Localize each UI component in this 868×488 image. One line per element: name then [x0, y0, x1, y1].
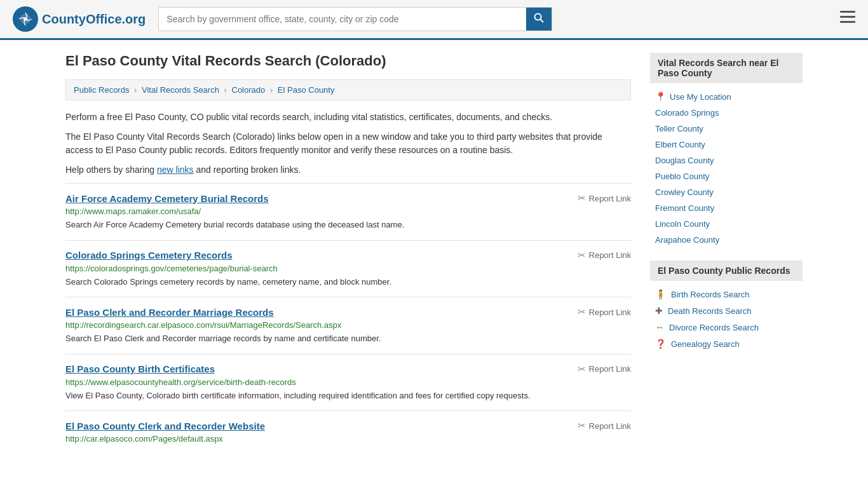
breadcrumb-public-records[interactable]: Public Records	[74, 85, 129, 95]
search-bar	[158, 7, 552, 31]
sidebar-link-pueblo[interactable]: Pueblo County	[655, 168, 797, 184]
sidebar-link-fremont[interactable]: Fremont County	[655, 200, 797, 216]
person-icon: 🧍	[655, 289, 666, 299]
report-link-2[interactable]: ✂ Report Link	[578, 250, 631, 261]
breadcrumb: Public Records › Vital Records Search › …	[65, 79, 631, 100]
record-desc-3: Search El Paso Clerk and Recorder marria…	[65, 332, 631, 345]
vital-records-section: Vital Records Search near El Paso County…	[650, 53, 803, 248]
record-url-1[interactable]: http://www.maps.ramaker.com/usafa/	[65, 207, 631, 216]
report-link-3[interactable]: ✂ Report Link	[578, 306, 631, 318]
sidebar-link-death-records[interactable]: ✚ Death Records Search	[655, 302, 797, 319]
description-2: The El Paso County Vital Records Search …	[65, 130, 631, 157]
public-records-links-list: 🧍 Birth Records Search ✚ Death Records S…	[650, 286, 803, 352]
logo-text: CountyOffice.org	[42, 12, 146, 27]
record-item: El Paso County Birth Certificates ✂ Repo…	[65, 354, 631, 411]
breadcrumb-colorado[interactable]: Colorado	[232, 85, 266, 95]
report-link-5[interactable]: ✂ Report Link	[578, 420, 631, 431]
record-title-2[interactable]: Colorado Springs Cemetery Records	[65, 250, 233, 261]
logo[interactable]: CountyOffice.org	[13, 6, 146, 32]
report-icon: ✂	[578, 250, 586, 261]
sidebar: Vital Records Search near El Paso County…	[650, 53, 803, 455]
sidebar-link-douglas[interactable]: Douglas County	[655, 152, 797, 168]
sidebar-link-teller[interactable]: Teller County	[655, 121, 797, 137]
report-icon: ✂	[578, 420, 586, 431]
nearby-links-list: Colorado Springs Teller County Elbert Co…	[650, 105, 803, 248]
report-link-1[interactable]: ✂ Report Link	[578, 193, 631, 204]
report-icon: ✂	[578, 306, 586, 318]
record-desc-2: Search Colorado Springs cemetery records…	[65, 276, 631, 288]
svg-point-2	[24, 17, 27, 21]
record-title-3[interactable]: El Paso Clerk and Recorder Marriage Reco…	[65, 307, 274, 318]
svg-rect-6	[840, 16, 855, 18]
report-icon: ✂	[578, 363, 586, 375]
site-header: CountyOffice.org	[0, 0, 868, 40]
svg-point-3	[535, 14, 541, 20]
cross-icon: ✚	[655, 306, 663, 316]
sidebar-link-birth-records[interactable]: 🧍 Birth Records Search	[655, 286, 797, 302]
sidebar-link-crowley[interactable]: Crowley County	[655, 184, 797, 200]
vital-records-section-title: Vital Records Search near El Paso County	[650, 53, 803, 83]
main-content: El Paso County Vital Records Search (Col…	[65, 53, 631, 455]
sidebar-link-colorado-springs[interactable]: Colorado Springs	[655, 105, 797, 121]
records-list: Air Force Academy Cemetery Burial Record…	[65, 183, 631, 455]
description-3: Help others by sharing new links and rep…	[65, 163, 631, 177]
record-item: El Paso Clerk and Recorder Marriage Reco…	[65, 297, 631, 354]
breadcrumb-vital-records[interactable]: Vital Records Search	[142, 85, 219, 95]
report-icon: ✂	[578, 193, 586, 204]
record-title-4[interactable]: El Paso County Birth Certificates	[65, 363, 215, 374]
record-url-5[interactable]: http://car.elpasoco.com/Pages/default.as…	[65, 434, 631, 444]
record-desc-4: View El Paso County, Colorado birth cert…	[65, 390, 631, 402]
public-records-section-title: El Paso County Public Records	[650, 261, 803, 281]
logo-icon	[13, 6, 38, 32]
use-location-button[interactable]: 📍 Use My Location	[650, 88, 803, 105]
breadcrumb-el-paso-county[interactable]: El Paso County	[278, 85, 335, 95]
search-input[interactable]	[159, 9, 526, 29]
report-link-4[interactable]: ✂ Report Link	[578, 363, 631, 375]
record-item: Air Force Academy Cemetery Burial Record…	[65, 183, 631, 240]
new-links-link[interactable]: new links	[157, 165, 194, 175]
sidebar-link-genealogy[interactable]: ❓ Genealogy Search	[655, 336, 797, 352]
svg-rect-5	[840, 11, 855, 13]
sidebar-link-elbert[interactable]: Elbert County	[655, 137, 797, 152]
record-title-1[interactable]: Air Force Academy Cemetery Burial Record…	[65, 193, 269, 204]
record-item: Colorado Springs Cemetery Records ✂ Repo…	[65, 240, 631, 297]
arrows-icon: ↔	[655, 322, 664, 332]
record-item: El Paso County Clerk and Recorder Websit…	[65, 410, 631, 455]
record-url-2[interactable]: https://coloradosprings.gov/cemeteries/p…	[65, 264, 631, 273]
search-button[interactable]	[526, 8, 552, 30]
record-url-3[interactable]: http://recordingsearch.car.elpasoco.com/…	[65, 320, 631, 330]
svg-line-4	[541, 20, 544, 23]
public-records-section: El Paso County Public Records 🧍 Birth Re…	[650, 261, 803, 352]
record-url-4[interactable]: https://www.elpasocountyhealth.org/servi…	[65, 377, 631, 387]
page-title: El Paso County Vital Records Search (Col…	[65, 53, 631, 69]
sidebar-link-arapahoe[interactable]: Arapahoe County	[655, 232, 797, 248]
description-1: Perform a free El Paso County, CO public…	[65, 111, 631, 124]
menu-icon[interactable]	[840, 11, 855, 27]
page-container: El Paso County Vital Records Search (Col…	[53, 40, 815, 468]
question-icon: ❓	[655, 339, 666, 349]
record-desc-1: Search Air Force Academy Cemetery burial…	[65, 219, 631, 231]
svg-rect-7	[840, 21, 855, 23]
sidebar-link-divorce-records[interactable]: ↔ Divorce Records Search	[655, 319, 797, 336]
logo-county: CountyOffice	[42, 12, 122, 26]
pin-icon: 📍	[655, 92, 666, 102]
sidebar-link-lincoln[interactable]: Lincoln County	[655, 216, 797, 232]
record-title-5[interactable]: El Paso County Clerk and Recorder Websit…	[65, 421, 265, 431]
logo-suffix: .org	[122, 12, 146, 26]
